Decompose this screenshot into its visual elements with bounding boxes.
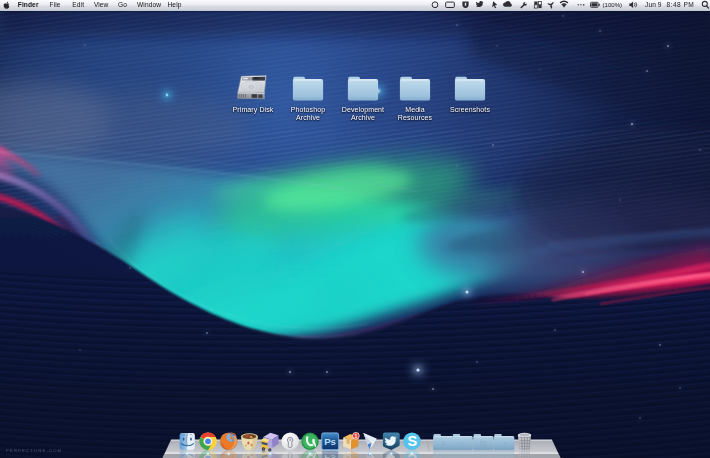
svg-text:Ps: Ps [324,453,336,458]
svg-text:⌂: ⌂ [460,439,465,448]
svg-text:◔: ◔ [502,453,507,458]
svg-text:S: S [407,433,417,449]
svg-text:1: 1 [355,433,358,439]
svg-text:Ps: Ps [324,436,336,447]
svg-text:A: A [441,439,447,448]
svg-text:◔: ◔ [502,439,507,448]
svg-text:▨: ▨ [480,439,488,448]
svg-text:▨: ▨ [480,453,488,458]
svg-text:⌂: ⌂ [460,453,465,458]
svg-text:A: A [441,453,447,458]
svg-text:(100%): (100%) [603,1,623,8]
